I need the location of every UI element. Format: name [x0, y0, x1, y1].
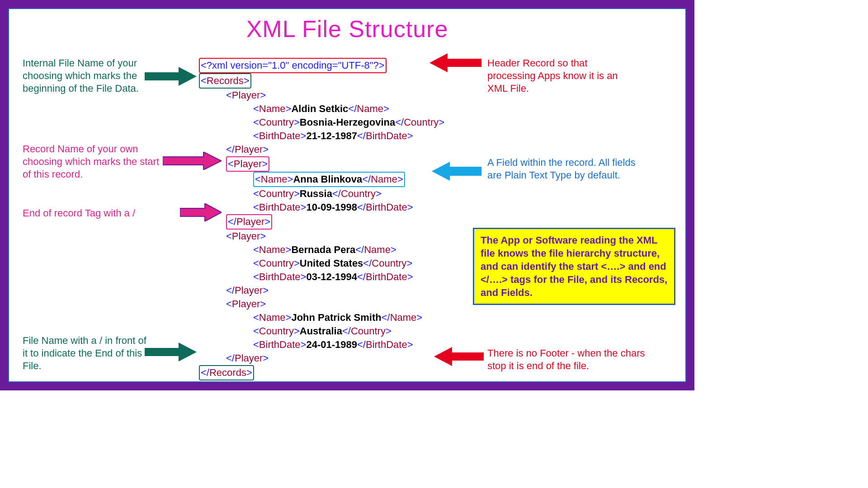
xml-player-open-boxed: <Player>	[199, 156, 444, 172]
arrow-left-icon	[432, 162, 481, 181]
ann-end-record: End of record Tag with a /	[23, 207, 176, 220]
arrow-right-icon	[145, 67, 197, 86]
ann-internal-file-name: Internal File Name of your choosing whic…	[23, 57, 154, 95]
svg-marker-1	[429, 53, 481, 72]
info-yellow-box: The App or Software reading the XML file…	[473, 228, 675, 305]
xml-name-field-boxed: <Name>Anna Blinkova</Name>	[199, 172, 444, 187]
svg-marker-6	[434, 347, 484, 366]
ann-field: A Field within the record. All fields ar…	[487, 156, 646, 182]
arrow-left-icon	[434, 347, 484, 366]
ann-file-end: File Name with a / in front of it to ind…	[23, 334, 154, 372]
ann-record-name: Record Name of your own choosing which m…	[23, 143, 167, 181]
arrow-right-icon	[180, 203, 222, 221]
arrow-left-icon	[429, 53, 481, 72]
arrow-right-icon	[145, 343, 197, 361]
xml-root-close: </Records>	[199, 365, 444, 380]
svg-marker-2	[163, 152, 222, 170]
xml-player-close-boxed: </Player>	[199, 214, 444, 230]
xml-root-open: <Records>	[199, 73, 444, 89]
page-title: XML File Structure	[9, 15, 685, 42]
svg-marker-5	[145, 343, 197, 361]
arrow-right-icon	[163, 152, 222, 170]
svg-marker-3	[432, 162, 481, 181]
svg-marker-4	[180, 203, 222, 221]
xml-header-line: <?xml version="1.0" encoding="UTF-8"?>	[199, 58, 444, 73]
ann-no-footer: There is no Footer - when the chars stop…	[487, 347, 664, 372]
ann-header-record: Header Record so that processing Apps kn…	[487, 57, 637, 95]
svg-marker-0	[145, 67, 197, 86]
xml-code-block: <?xml version="1.0" encoding="UTF-8"?> <…	[199, 58, 444, 380]
